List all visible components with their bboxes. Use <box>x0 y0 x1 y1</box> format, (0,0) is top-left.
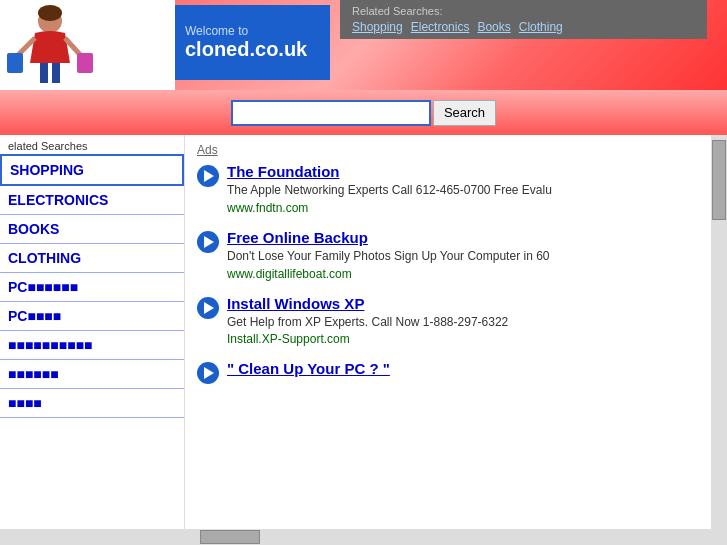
ad-description-0: The Apple Networking Experts Call 612-46… <box>227 182 552 199</box>
search-input[interactable] <box>231 100 431 126</box>
ad-content-2: Install Windows XPGet Help from XP Exper… <box>227 295 508 347</box>
ad-content-1: Free Online BackupDon't Lose Your Family… <box>227 229 549 281</box>
ad-title-0[interactable]: The Foundation <box>227 163 552 180</box>
ad-item-2: Install Windows XPGet Help from XP Exper… <box>197 295 699 347</box>
search-button[interactable]: Search <box>433 100 496 126</box>
scrollbar-thumb[interactable] <box>712 140 726 220</box>
ad-play-icon-0 <box>197 165 219 187</box>
ad-play-icon-3 <box>197 362 219 384</box>
sidebar-item-3[interactable]: CLOTHING <box>0 244 184 273</box>
related-link-shopping[interactable]: Shopping <box>352 20 403 34</box>
sidebar-item-0[interactable]: SHOPPING <box>0 154 184 186</box>
svg-rect-4 <box>7 53 23 73</box>
site-name: cloned.co.uk <box>185 38 320 61</box>
vertical-scrollbar[interactable] <box>711 135 727 545</box>
header: Welcome to cloned.co.uk Related Searches… <box>0 0 727 90</box>
related-searches-label: Related Searches: <box>352 5 695 17</box>
sidebar-item-5[interactable]: PC■■■■ <box>0 302 184 331</box>
logo-area <box>0 0 175 90</box>
ad-item-0: The FoundationThe Apple Networking Exper… <box>197 163 699 215</box>
svg-rect-7 <box>52 63 60 83</box>
related-link-electronics[interactable]: Electronics <box>411 20 470 34</box>
ads-area: Ads The FoundationThe Apple Networking E… <box>185 135 711 545</box>
sidebar: elated Searches SHOPPINGELECTRONICSBOOKS… <box>0 135 185 545</box>
main-content: elated Searches SHOPPINGELECTRONICSBOOKS… <box>0 135 727 545</box>
ads-label: Ads <box>197 143 699 157</box>
ad-play-icon-2 <box>197 297 219 319</box>
ad-url-1: www.digitallifeboat.com <box>227 267 549 281</box>
ad-title-3[interactable]: " Clean Up Your PC ? " <box>227 360 390 377</box>
sidebar-item-1[interactable]: ELECTRONICS <box>0 186 184 215</box>
svg-rect-6 <box>40 63 48 83</box>
svg-rect-5 <box>77 53 93 73</box>
ad-item-3: " Clean Up Your PC ? " <box>197 360 699 384</box>
ad-item-1: Free Online BackupDon't Lose Your Family… <box>197 229 699 281</box>
related-links: ShoppingElectronicsBooksClothing <box>352 20 695 34</box>
ad-url-2: Install.XP-Support.com <box>227 332 508 346</box>
sidebar-item-4[interactable]: PC■■■■■■ <box>0 273 184 302</box>
ad-content-0: The FoundationThe Apple Networking Exper… <box>227 163 552 215</box>
ad-content-3: " Clean Up Your PC ? " <box>227 360 390 379</box>
horizontal-scrollbar-thumb[interactable] <box>200 530 260 544</box>
sidebar-item-6[interactable]: ■■■■■■■■■■ <box>0 331 184 360</box>
ad-description-1: Don't Lose Your Family Photos Sign Up Yo… <box>227 248 549 265</box>
ad-title-1[interactable]: Free Online Backup <box>227 229 549 246</box>
search-bar-area: Search <box>0 90 727 135</box>
ad-title-2[interactable]: Install Windows XP <box>227 295 508 312</box>
svg-point-1 <box>38 5 62 21</box>
person-image <box>5 3 95 88</box>
sidebar-item-2[interactable]: BOOKS <box>0 215 184 244</box>
ad-description-2: Get Help from XP Experts. Call Now 1-888… <box>227 314 508 331</box>
related-searches-box: Related Searches: ShoppingElectronicsBoo… <box>340 0 707 39</box>
sidebar-header: elated Searches <box>0 135 184 154</box>
welcome-label: Welcome to <box>185 24 320 38</box>
related-link-books[interactable]: Books <box>477 20 510 34</box>
scrollbar-corner <box>711 529 727 545</box>
sidebar-item-7[interactable]: ■■■■■■ <box>0 360 184 389</box>
sidebar-item-8[interactable]: ■■■■ <box>0 389 184 418</box>
ad-play-icon-1 <box>197 231 219 253</box>
horizontal-scrollbar[interactable] <box>0 529 711 545</box>
ad-url-0: www.fndtn.com <box>227 201 552 215</box>
site-info-box: Welcome to cloned.co.uk <box>175 5 330 80</box>
related-link-clothing[interactable]: Clothing <box>519 20 563 34</box>
